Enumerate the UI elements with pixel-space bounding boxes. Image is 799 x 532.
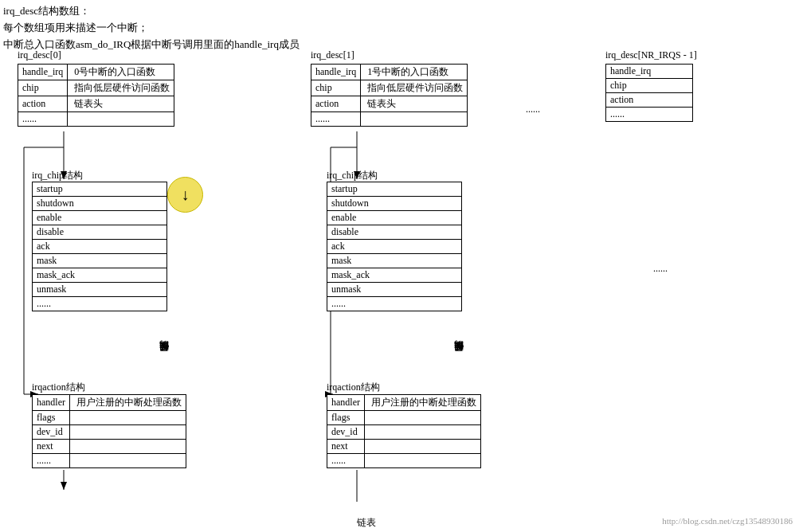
table-row: action 链表头 (311, 96, 468, 112)
irqaction-1-label: irqaction结构 (327, 381, 380, 394)
table-row: disable (33, 225, 167, 240)
cell-dots-chip-1: ...... (327, 297, 462, 311)
table-row: ack (33, 240, 167, 254)
irq-desc-1-table: handle_irq 1号中断的入口函数 chip 指向低层硬件访问函数 act… (311, 64, 468, 127)
cell-enable-0: enable (33, 211, 167, 225)
table-row: ...... (327, 454, 481, 468)
table-row: ...... (18, 112, 174, 127)
cell-ack-0: ack (33, 240, 167, 254)
table-row: handle_irq (606, 65, 693, 79)
dots-between-desc: ...... (526, 104, 540, 115)
cell-handle-irq-1-desc: 1号中断的入口函数 (361, 65, 468, 80)
cell-ack-1: ack (327, 240, 462, 254)
cell-disable-1: disable (327, 225, 462, 240)
irq-chip-0-vertical: 低层硬件访问函数 (158, 199, 171, 358)
table-row: ...... (33, 297, 167, 311)
table-row: enable (33, 211, 167, 225)
cell-devid-0: dev_id (33, 425, 70, 440)
table-row: startup (327, 182, 462, 197)
cell-chip-0: chip (18, 80, 68, 96)
cell-handler-0-desc: 用户注册的中断处理函数 (69, 395, 186, 411)
cell-mask-ack-0: mask_ack (33, 268, 167, 283)
svg-marker-13 (61, 482, 67, 490)
table-row: ...... (311, 112, 468, 127)
cell-mask-0: mask (33, 254, 167, 268)
table-row: disable (327, 225, 462, 240)
cell-handle-irq-0: handle_irq (18, 65, 68, 80)
irq-chip-1-vertical: 低层硬件访问函数 (452, 199, 466, 358)
watermark: http://blog.csdn.net/czg13548930186 (662, 516, 793, 526)
table-row: ...... (327, 297, 462, 311)
cell-flags-1: flags (327, 411, 365, 425)
table-row: mask_ack (33, 268, 167, 283)
cell-handle-irq-n: handle_irq (606, 65, 693, 79)
cell-next-1: next (327, 440, 365, 454)
title-block: irq_desc结构数组： 每个数组项用来描述一个中断； 中断总入口函数asm_… (3, 3, 300, 53)
annotation-circle: ↓ (167, 177, 203, 213)
table-row: action 链表头 (18, 96, 174, 112)
cell-action-0-desc: 链表头 (68, 96, 174, 112)
cell-dots-chip-0: ...... (33, 297, 167, 311)
title-line2: 每个数组项用来描述一个中断； (3, 20, 300, 37)
table-row: chip 指向低层硬件访问函数 (18, 80, 174, 96)
cell-shutdown-0: shutdown (33, 197, 167, 211)
irq-chip-1-table: startup shutdown enable disable ack mask… (327, 182, 462, 311)
table-row: next (327, 440, 481, 454)
diagram-container: irq_desc结构数组： 每个数组项用来描述一个中断； 中断总入口函数asm_… (0, 0, 799, 532)
table-row: chip (606, 79, 693, 93)
irq-desc-n-label: irq_desc[NR_IRQS - 1] (605, 49, 697, 61)
irq-chip-0-table: startup shutdown enable disable ack mask… (32, 182, 167, 311)
irq-desc-0-label: irq_desc[0] (18, 49, 61, 61)
irqaction-1-table: handler 用户注册的中断处理函数 flags dev_id next ..… (327, 394, 481, 468)
cell-startup-1: startup (327, 182, 462, 197)
cell-unmask-0: unmask (33, 283, 167, 297)
cell-chip-1-desc: 指向低层硬件访问函数 (361, 80, 468, 96)
irq-desc-0-table: handle_irq 0号中断的入口函数 chip 指向低层硬件访问函数 act… (18, 64, 174, 127)
cell-dots-action-0: ...... (33, 454, 70, 468)
cell-action-n: action (606, 93, 693, 108)
cell-dots-n: ...... (606, 108, 693, 122)
table-row: mask (33, 254, 167, 268)
table-row: ...... (33, 454, 186, 468)
table-row: handler 用户注册的中断处理函数 (33, 395, 186, 411)
cell-next-0: next (33, 440, 70, 454)
annotation-symbol: ↓ (182, 186, 190, 204)
table-row: next (33, 440, 186, 454)
cell-unmask-1: unmask (327, 283, 462, 297)
cell-handle-irq-0-desc: 0号中断的入口函数 (68, 65, 174, 80)
table-row: unmask (327, 283, 462, 297)
cell-enable-1: enable (327, 211, 462, 225)
table-row: unmask (33, 283, 167, 297)
cell-handler-1: handler (327, 395, 365, 411)
table-row: flags (327, 411, 481, 425)
cell-devid-1: dev_id (327, 425, 365, 440)
table-row: shutdown (327, 197, 462, 211)
irq-chip-1-label: irq_chip结构 (327, 169, 378, 182)
irq-desc-1-label: irq_desc[1] (311, 49, 354, 61)
cell-action-1: action (311, 96, 361, 112)
table-row: chip 指向低层硬件访问函数 (311, 80, 468, 96)
cell-action-0: action (18, 96, 68, 112)
cell-action-1-desc: 链表头 (361, 96, 468, 112)
table-row: handle_irq 1号中断的入口函数 (311, 65, 468, 80)
table-row: flags (33, 411, 186, 425)
table-row: shutdown (33, 197, 167, 211)
irq-chip-0-label: irq_chip结构 (32, 169, 83, 182)
cell-disable-0: disable (33, 225, 167, 240)
title-line1: irq_desc结构数组： (3, 3, 300, 20)
irqaction-0-table: handler 用户注册的中断处理函数 flags dev_id next ..… (32, 394, 186, 468)
cell-startup-0: startup (33, 182, 167, 197)
cell-flags-0: flags (33, 411, 70, 425)
cell-handler-1-desc: 用户注册的中断处理函数 (364, 395, 480, 411)
table-row: enable (327, 211, 462, 225)
cell-handler-0: handler (33, 395, 70, 411)
cell-mask-1: mask (327, 254, 462, 268)
table-row: handle_irq 0号中断的入口函数 (18, 65, 174, 80)
cell-handle-irq-1: handle_irq (311, 65, 361, 80)
table-row: mask_ack (327, 268, 462, 283)
cell-chip-0-desc: 指向低层硬件访问函数 (68, 80, 174, 96)
table-row: startup (33, 182, 167, 197)
table-row: action (606, 93, 693, 108)
table-row: ...... (606, 108, 693, 122)
irq-desc-n-table: handle_irq chip action ...... (605, 64, 693, 122)
